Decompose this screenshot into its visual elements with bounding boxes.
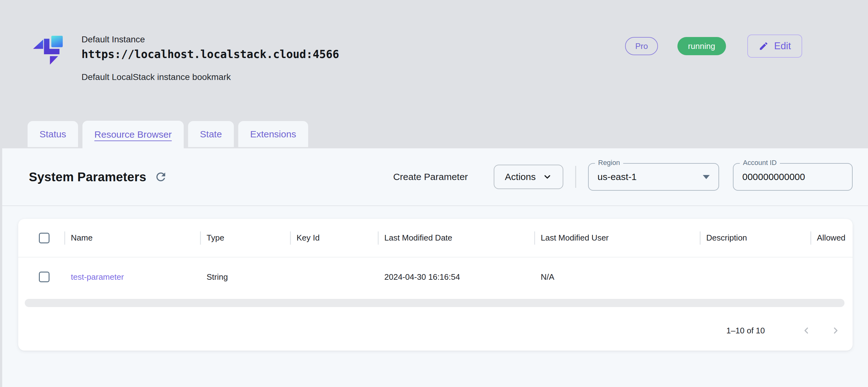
column-header-label: Name [71,233,92,243]
column-divider [200,232,201,245]
table-header-row: Name Type Key Id Last Modified Date Last… [18,219,852,258]
instance-description: Default LocalStack instance bookmark [82,72,339,82]
region-select-label: Region [595,159,623,167]
page-title: System Parameters [29,170,146,184]
instance-badges: Pro running Edit [625,34,802,58]
column-header-label: Allowed [817,233,845,243]
actions-button-label: Actions [505,172,536,182]
row-last-modified-user-cell: N/A [534,272,700,282]
tab-status-label: Status [39,129,66,140]
column-header-last-modified-user: Last Modified User [534,232,700,245]
instance-header: Default Instance https://localhost.local… [0,0,868,148]
row-type-cell: String [200,272,290,282]
localstack-instance-page: Default Instance https://localhost.local… [0,0,868,387]
column-header-allowed: Allowed [810,232,852,245]
chevron-left-icon [801,326,811,335]
column-header-last-modified-date: Last Modified Date [378,232,534,245]
resource-browser-panel: System Parameters Create Parameter Actio… [2,148,868,387]
row-checkbox[interactable] [39,272,50,282]
instance-tabs: Status Resource Browser State Extensions [28,121,308,148]
instance-url: https://localhost.localstack.cloud:4566 [82,46,339,63]
column-divider [810,232,811,245]
edit-button-label: Edit [774,40,791,52]
account-id-label: Account ID [740,159,780,167]
instance-info: Default Instance https://localhost.local… [28,28,339,82]
instance-title: Default Instance [82,33,339,46]
column-divider [290,232,291,245]
next-page-button[interactable] [827,322,844,339]
column-divider [700,232,701,245]
column-header-label: Description [706,233,747,243]
column-divider [534,232,535,245]
region-select-value: us-east-1 [597,172,637,182]
localstack-logo-icon [28,28,69,72]
tab-state-label: State [200,129,222,140]
parameters-table-card: Name Type Key Id Last Modified Date Last… [18,219,852,351]
column-header-name: Name [64,232,200,245]
column-header-label: Last Modified Date [384,233,452,243]
row-name-cell: test-parameter [64,272,200,282]
account-id-input[interactable] [742,172,843,182]
previous-page-button[interactable] [798,322,815,339]
tab-resource-browser-label: Resource Browser [94,129,172,140]
row-checkbox-cell [18,272,64,282]
edit-button[interactable]: Edit [747,34,802,58]
actions-dropdown-button[interactable]: Actions [494,165,563,189]
horizontal-scrollbar[interactable] [25,299,844,307]
tab-extensions-label: Extensions [250,129,296,140]
tab-extensions[interactable]: Extensions [238,121,308,147]
tab-state[interactable]: State [188,121,234,147]
column-header-type: Type [200,232,290,245]
refresh-icon [154,170,167,183]
pro-badge: Pro [625,37,658,55]
parameters-toolbar: System Parameters Create Parameter Actio… [2,148,868,206]
tab-resource-browser[interactable]: Resource Browser [83,121,184,148]
instance-text: Default Instance https://localhost.local… [82,28,339,82]
chevron-right-icon [831,326,841,335]
row-last-modified-date-cell: 2024-04-30 16:16:54 [378,272,534,282]
running-status-badge: running [677,37,726,55]
header-checkbox-cell [18,233,64,243]
column-header-key-id: Key Id [290,232,378,245]
column-header-label: Last Modified User [541,233,609,243]
column-divider [64,232,65,245]
create-parameter-button[interactable]: Create Parameter [393,172,468,182]
select-arrow-icon [703,175,710,179]
toolbar-divider [575,166,576,188]
account-id-field: Account ID [733,163,852,191]
chevron-down-icon [542,172,552,182]
select-all-checkbox[interactable] [39,233,50,243]
column-header-description: Description [700,232,810,245]
pagination: 1–10 of 10 [726,322,844,339]
tab-status[interactable]: Status [28,121,78,147]
refresh-button[interactable] [152,168,169,186]
region-select[interactable]: Region us-east-1 [588,163,719,191]
pencil-icon [758,41,769,51]
pagination-range-label: 1–10 of 10 [726,326,765,335]
column-header-label: Key Id [297,233,320,243]
parameter-name-link[interactable]: test-parameter [71,272,124,282]
column-header-label: Type [207,233,224,243]
column-divider [378,232,379,245]
table-row: test-parameter String 2024-04-30 16:16:5… [18,258,852,296]
